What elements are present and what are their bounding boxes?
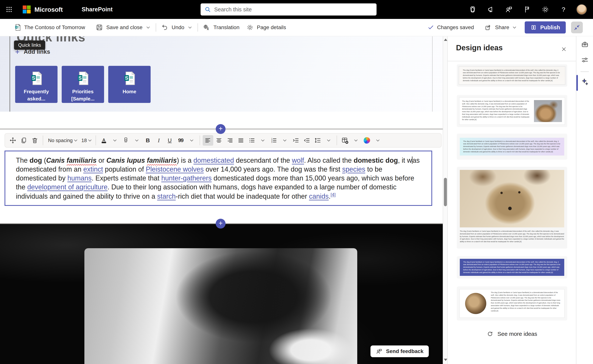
- insert-table-chevron[interactable]: [351, 135, 361, 146]
- text-link[interactable]: hunter-gatherers: [161, 174, 212, 182]
- bullet-list-chevron[interactable]: [258, 135, 268, 146]
- font-color-button[interactable]: A: [98, 135, 109, 146]
- hero-photo[interactable]: [85, 248, 357, 364]
- undo-options-chevron[interactable]: [186, 21, 194, 33]
- decrease-indent-button[interactable]: [301, 135, 312, 146]
- quote-chevron[interactable]: [186, 135, 197, 146]
- numbered-list-chevron[interactable]: [280, 135, 290, 146]
- numbered-list-icon: 123: [270, 137, 277, 144]
- product-name[interactable]: SharePoint: [82, 6, 113, 13]
- underline-button[interactable]: U: [164, 135, 175, 146]
- save-options-chevron[interactable]: [144, 21, 152, 33]
- design-idea-text-only[interactable]: The dog (Canis familiaris or Canis lupus…: [457, 64, 567, 87]
- announcements-button[interactable]: [482, 0, 500, 19]
- share-button[interactable]: Share: [483, 21, 518, 33]
- text-link[interactable]: wolf: [292, 156, 304, 164]
- flag-button[interactable]: [518, 0, 536, 19]
- canvas-scrollbar[interactable]: [443, 36, 448, 364]
- numbered-list-button[interactable]: 123: [268, 135, 279, 146]
- settings-button[interactable]: [536, 0, 554, 19]
- design-idea-circle-image[interactable]: The dog (Canis familiaris or Canis lupus…: [457, 286, 567, 320]
- save-and-close-button[interactable]: Save and close: [94, 21, 144, 33]
- align-right-button[interactable]: [225, 135, 235, 146]
- panel-divider: [448, 61, 576, 61]
- quick-link-tile-home[interactable]: S Home: [108, 66, 151, 103]
- quick-link-tile-priorities[interactable]: S Priorities [Sample...: [62, 66, 104, 103]
- text-link[interactable]: canids: [309, 192, 329, 200]
- account-button[interactable]: [573, 0, 591, 19]
- bullet-list-button[interactable]: [247, 135, 257, 146]
- copilot-rewrite-button[interactable]: [362, 135, 372, 146]
- add-section-button[interactable]: +: [216, 219, 226, 228]
- preview-text: The dog (Canis familiaris or Canis lupus…: [491, 291, 564, 316]
- add-section-button[interactable]: +: [216, 124, 226, 134]
- highlight-color-chevron[interactable]: [131, 135, 142, 146]
- bold-button[interactable]: B: [143, 135, 153, 146]
- design-idea-text-with-image-right[interactable]: The dog (Canis familiaris or Canis lupus…: [457, 95, 567, 127]
- highlight-color-button[interactable]: [121, 135, 131, 146]
- font-size-dropdown[interactable]: 18: [79, 135, 93, 146]
- text-link[interactable]: development of agriculture: [27, 183, 107, 191]
- quote-button[interactable]: 99: [176, 135, 186, 146]
- italic-button[interactable]: I: [153, 135, 164, 146]
- font-color-chevron[interactable]: [110, 135, 120, 146]
- align-center-button[interactable]: [214, 135, 224, 146]
- copilot-button[interactable]: [463, 0, 482, 19]
- delete-web-part-button[interactable]: [30, 135, 40, 146]
- design-ideas-tab-button[interactable]: [580, 77, 590, 87]
- microsoft-logo[interactable]: Microsoft: [23, 6, 63, 13]
- undo-button[interactable]: Undo: [160, 21, 186, 33]
- section-properties-button[interactable]: [580, 55, 590, 65]
- design-idea-text-on-gradient[interactable]: The dog (Canis familiaris or Canis lupus…: [457, 134, 567, 160]
- insert-table-button[interactable]: [340, 135, 350, 146]
- microsoft-squares-icon: [23, 6, 31, 13]
- paragraph-style-dropdown[interactable]: No spacing: [46, 135, 79, 146]
- collapse-command-bar-button[interactable]: [571, 22, 583, 33]
- text-run: -rich diet that would be inadequate for …: [176, 192, 309, 200]
- flag-icon: [523, 6, 531, 13]
- image-section[interactable]: Send feedback: [0, 224, 443, 364]
- feedback-button[interactable]: [500, 0, 518, 19]
- app-launcher-button[interactable]: [0, 0, 18, 19]
- text-link[interactable]: humans: [67, 174, 91, 182]
- text-link[interactable]: domesticated: [193, 156, 234, 164]
- person-feedback-icon: [505, 6, 513, 13]
- see-more-ideas-button[interactable]: See more ideas: [487, 331, 537, 337]
- justify-button[interactable]: [235, 135, 246, 146]
- line-spacing-button[interactable]: [313, 135, 323, 146]
- site-search[interactable]: [201, 3, 377, 15]
- align-left-button[interactable]: [203, 135, 213, 146]
- page-details-label: Page details: [257, 24, 286, 31]
- send-feedback-button[interactable]: Send feedback: [371, 345, 429, 357]
- design-idea-image-top[interactable]: The dog (Canis familiaris or Canis lupus…: [457, 167, 567, 249]
- line-spacing-chevron[interactable]: [323, 135, 334, 146]
- text-link[interactable]: species: [342, 165, 365, 173]
- quick-link-tile-frequently-asked[interactable]: S Frequently asked...: [15, 66, 58, 103]
- text-link[interactable]: [4]: [331, 192, 336, 197]
- design-idea-text-on-blue[interactable]: The dog (Canis familiaris or Canis lupus…: [457, 256, 567, 279]
- copilot-chevron[interactable]: [372, 135, 383, 146]
- web-parts-toolbox-button[interactable]: [580, 39, 590, 50]
- close-panel-button[interactable]: [559, 45, 568, 54]
- text-link[interactable]: extinct: [83, 165, 103, 173]
- text-link[interactable]: Pleistocene wolves: [146, 165, 204, 173]
- translation-button[interactable]: A Translation: [201, 21, 241, 33]
- scroll-up-arrow[interactable]: [444, 39, 447, 41]
- share-icon: [485, 24, 492, 31]
- text-link[interactable]: starch: [157, 192, 176, 200]
- design-thumbnail: The dog (Canis familiaris or Canis lupus…: [459, 97, 565, 125]
- duplicate-web-part-button[interactable]: [19, 135, 29, 146]
- editor-paragraph[interactable]: The dog (Canis familiaris or Canis lupus…: [16, 156, 421, 201]
- move-web-part-button[interactable]: [7, 135, 18, 146]
- search-icon: [204, 6, 211, 13]
- page-details-button[interactable]: Page details: [245, 21, 288, 33]
- scroll-down-arrow[interactable]: [444, 359, 447, 361]
- increase-indent-button[interactable]: [290, 135, 301, 146]
- help-button[interactable]: ?: [554, 0, 573, 19]
- quick-links-section[interactable]: Quick links Quick links + Add links S Fr…: [0, 36, 443, 112]
- publish-button[interactable]: Publish: [525, 21, 566, 33]
- search-input[interactable]: [214, 6, 373, 13]
- text-web-part[interactable]: The dog (Canis familiaris or Canis lupus…: [5, 151, 432, 206]
- site-home-button[interactable]: S The Contoso of Tomorrow: [13, 21, 87, 33]
- scrollbar-thumb[interactable]: [444, 178, 447, 206]
